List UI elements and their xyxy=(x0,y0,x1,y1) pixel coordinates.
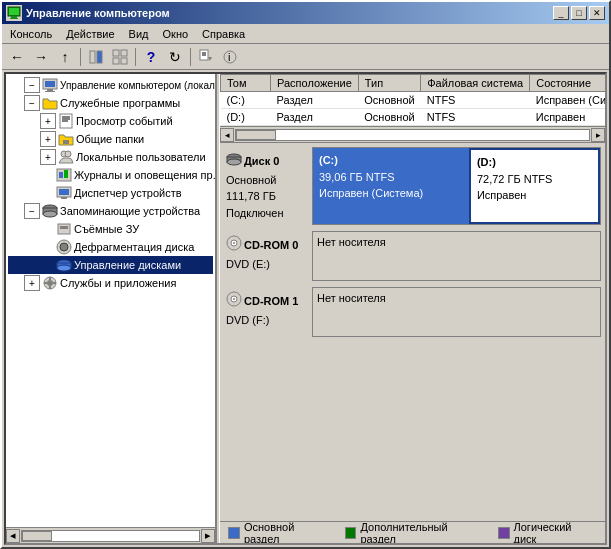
close-button[interactable]: ✕ xyxy=(589,6,605,20)
tree-storage-expander[interactable]: − xyxy=(24,203,40,219)
tree-shared-folders[interactable]: + Общие папки xyxy=(8,130,213,148)
toolbar-help[interactable]: ? xyxy=(140,46,162,68)
cell-filesystem-0: NTFS xyxy=(421,92,530,109)
tree-root-expander[interactable]: − xyxy=(24,77,40,93)
col-status: Состояние xyxy=(530,75,605,92)
table-hscroll-thumb[interactable] xyxy=(236,130,276,140)
toolbar-up[interactable]: ↑ xyxy=(54,46,76,68)
disk0-label: Диск 0 Основной 111,78 ГБ Подключен xyxy=(224,147,312,225)
table-hscroll-track[interactable] xyxy=(235,129,590,141)
tree-event-expander[interactable]: + xyxy=(40,113,56,129)
svg-marker-13 xyxy=(208,57,212,61)
toolbar-properties[interactable]: i xyxy=(219,46,241,68)
partition-d[interactable]: (D:) 72,72 ГБ NTFS Исправен xyxy=(469,148,600,224)
services-label: Службы и приложения xyxy=(60,277,176,289)
cdrom0-row: CD-ROM 0 DVD (E:) Нет носителя xyxy=(224,231,601,281)
tree-hscroll-track[interactable] xyxy=(21,530,200,542)
cell-type-1: Основной xyxy=(358,109,420,126)
table-row[interactable]: (C:) Раздел Основной NTFS Исправен (Сист… xyxy=(221,92,606,109)
logs-label: Журналы и оповещения пр... xyxy=(74,169,215,181)
table-scroll-left[interactable]: ◂ xyxy=(220,128,234,142)
defrag-icon xyxy=(56,239,72,255)
tree-service-expander[interactable]: − xyxy=(24,95,40,111)
event-viewer-label: Просмотр событий xyxy=(76,115,173,127)
svg-rect-31 xyxy=(59,189,69,195)
cdrom1-header: CD-ROM 1 xyxy=(226,291,308,312)
cdrom0-name: CD-ROM 0 xyxy=(244,237,298,254)
cell-status-0: Исправен (Систем... xyxy=(530,92,605,109)
scroll-left-btn[interactable]: ◂ xyxy=(6,529,20,543)
toolbar-forward[interactable]: → xyxy=(30,46,52,68)
cell-location-0: Раздел xyxy=(271,92,359,109)
titlebar: Управление компьютером _ □ ✕ xyxy=(2,2,609,24)
partition-c[interactable]: (C:) 39,06 ГБ NTFS Исправен (Система) xyxy=(313,148,469,224)
cdrom1-type: DVD (F:) xyxy=(226,312,308,329)
menu-view[interactable]: Вид xyxy=(123,26,155,42)
tree-users-expander[interactable]: + xyxy=(40,149,56,165)
event-icon xyxy=(58,113,74,129)
legend-extended: Дополнительный раздел xyxy=(345,521,486,544)
svg-rect-4 xyxy=(90,51,95,63)
menu-action[interactable]: Действие xyxy=(60,26,120,42)
disk0-type: Основной xyxy=(226,172,308,189)
col-volume: Том xyxy=(221,75,271,92)
cell-status-1: Исправен xyxy=(530,109,605,126)
toolbar-back[interactable]: ← xyxy=(6,46,28,68)
cdrom1-row: CD-ROM 1 DVD (F:) Нет носителя xyxy=(224,287,601,337)
menu-help[interactable]: Справка xyxy=(196,26,251,42)
tree-hscrollbar[interactable]: ◂ ▸ xyxy=(6,527,215,543)
disk0-partitions: (C:) 39,06 ГБ NTFS Исправен (Система) (D… xyxy=(312,147,601,225)
tree-container: − Управление компьютером (локал... − Слу… xyxy=(6,74,215,527)
right-panel: Том Расположение Тип Файловая система Со… xyxy=(220,74,605,543)
disk0-row: Диск 0 Основной 111,78 ГБ Подключен (C:)… xyxy=(224,147,601,225)
tree-service-programs[interactable]: − Служебные программы xyxy=(8,94,213,112)
cdrom0-content: Нет носителя xyxy=(312,231,601,281)
maximize-button[interactable]: □ xyxy=(571,6,587,20)
tree-removable[interactable]: Съёмные ЗУ xyxy=(8,220,213,238)
shared-folders-label: Общие папки xyxy=(76,133,144,145)
tree-disk-mgmt[interactable]: Управление дисками xyxy=(8,256,213,274)
table-row[interactable]: (D:) Раздел Основной NTFS Исправен xyxy=(221,109,606,126)
tree-hscroll-thumb[interactable] xyxy=(22,531,52,541)
tree-root[interactable]: − Управление компьютером (локал... xyxy=(8,76,213,94)
col-filesystem: Файловая система xyxy=(421,75,530,92)
disk0-status: Подключен xyxy=(226,205,308,222)
col-type: Тип xyxy=(358,75,420,92)
volumes-table: Том Расположение Тип Файловая система Со… xyxy=(220,74,605,126)
device-manager-label: Диспетчер устройств xyxy=(74,187,182,199)
tree-services-expander[interactable]: + xyxy=(24,275,40,291)
window-title: Управление компьютером xyxy=(26,7,170,19)
svg-point-35 xyxy=(43,211,57,217)
tree-device-manager[interactable]: Диспетчер устройств xyxy=(8,184,213,202)
tree-defrag[interactable]: Дефрагментация диска xyxy=(8,238,213,256)
disk0-header: Диск 0 xyxy=(226,151,308,172)
tree-local-users[interactable]: + Локальные пользователи xyxy=(8,148,213,166)
table-scroll-right[interactable]: ▸ xyxy=(591,128,605,142)
toolbar-export[interactable] xyxy=(195,46,217,68)
tree-shared-expander[interactable]: + xyxy=(40,131,56,147)
tree-storage[interactable]: − Запоминающие устройства xyxy=(8,202,213,220)
toolbar-show-hide[interactable] xyxy=(85,46,107,68)
cdrom1-no-media: Нет носителя xyxy=(317,292,596,304)
tree-event-viewer[interactable]: + Просмотр событий xyxy=(8,112,213,130)
svg-point-51 xyxy=(227,159,241,165)
col-location: Расположение xyxy=(271,75,359,92)
disk-mgmt-icon xyxy=(56,257,72,273)
legend-logical-label: Логический диск xyxy=(514,521,597,544)
partition-d-status: Исправен xyxy=(477,187,592,204)
cdrom0-no-media: Нет носителя xyxy=(317,236,596,248)
menu-window[interactable]: Окно xyxy=(157,26,195,42)
table-hscrollbar[interactable]: ◂ ▸ xyxy=(220,127,605,143)
cdrom0-label: CD-ROM 0 DVD (E:) xyxy=(224,231,312,281)
minimize-button[interactable]: _ xyxy=(553,6,569,20)
tree-services[interactable]: + Службы и приложения xyxy=(8,274,213,292)
svg-rect-32 xyxy=(61,197,67,199)
cdrom0-type: DVD (E:) xyxy=(226,256,308,273)
volumes-table-area: Том Расположение Тип Файловая система Со… xyxy=(220,74,605,127)
tree-logs[interactable]: Журналы и оповещения пр... xyxy=(8,166,213,184)
menu-console[interactable]: Консоль xyxy=(4,26,58,42)
toolbar-view[interactable] xyxy=(109,46,131,68)
svg-rect-1 xyxy=(9,8,19,15)
scroll-right-btn[interactable]: ▸ xyxy=(201,529,215,543)
toolbar-refresh[interactable]: ↻ xyxy=(164,46,186,68)
